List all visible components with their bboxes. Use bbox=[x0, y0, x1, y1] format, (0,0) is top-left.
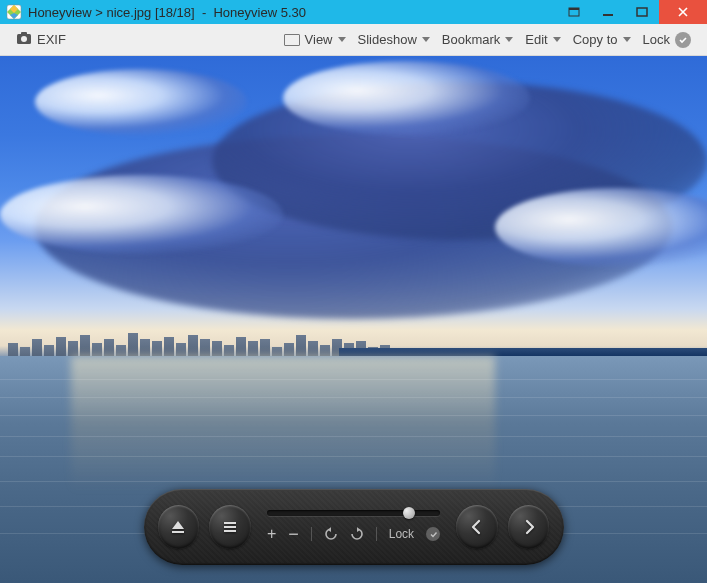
view-label: View bbox=[305, 32, 333, 47]
lock-menu[interactable]: Lock bbox=[637, 29, 697, 51]
exif-button[interactable]: EXIF bbox=[10, 28, 72, 51]
caret-down-icon bbox=[505, 37, 513, 42]
caret-down-icon bbox=[422, 37, 430, 42]
titlebar: Honeyview > nice.jpg [18/18] - Honeyview… bbox=[0, 0, 707, 24]
caret-down-icon bbox=[553, 37, 561, 42]
close-button[interactable] bbox=[659, 0, 707, 24]
copyto-menu[interactable]: Copy to bbox=[567, 29, 637, 50]
svg-rect-11 bbox=[224, 530, 236, 532]
edit-menu[interactable]: Edit bbox=[519, 29, 566, 50]
bookmark-label: Bookmark bbox=[442, 32, 501, 47]
app-logo bbox=[6, 4, 22, 20]
prev-button[interactable] bbox=[456, 505, 498, 549]
slideshow-label: Slideshow bbox=[358, 32, 417, 47]
view-icon bbox=[284, 34, 300, 46]
svg-rect-8 bbox=[172, 531, 184, 533]
caret-down-icon bbox=[338, 37, 346, 42]
toolbar: EXIF View Slideshow Bookmark Edit Copy t… bbox=[0, 24, 707, 56]
separator bbox=[311, 527, 312, 541]
title-apptitle: Honeyview 5.30 bbox=[213, 5, 306, 20]
edit-label: Edit bbox=[525, 32, 547, 47]
svg-rect-6 bbox=[21, 32, 27, 35]
title-sep: > bbox=[95, 5, 103, 20]
caret-down-icon bbox=[623, 37, 631, 42]
svg-rect-9 bbox=[224, 522, 236, 524]
exif-label: EXIF bbox=[37, 32, 66, 47]
svg-rect-4 bbox=[637, 8, 647, 16]
control-panel: + − Lock bbox=[144, 489, 564, 565]
title-counter: [18/18] bbox=[155, 5, 195, 20]
zoom-out-button[interactable]: − bbox=[288, 524, 299, 545]
copyto-label: Copy to bbox=[573, 32, 618, 47]
view-menu[interactable]: View bbox=[278, 29, 352, 50]
lock-label: Lock bbox=[643, 32, 670, 47]
check-circle-icon bbox=[675, 32, 691, 48]
svg-rect-3 bbox=[603, 14, 613, 16]
bookmark-menu[interactable]: Bookmark bbox=[436, 29, 520, 50]
image-viewport[interactable]: + − Lock bbox=[0, 56, 707, 583]
menu-button[interactable] bbox=[209, 505, 251, 549]
svg-point-7 bbox=[21, 36, 27, 42]
separator bbox=[376, 527, 377, 541]
rotate-right-button[interactable] bbox=[350, 527, 364, 541]
next-button[interactable] bbox=[508, 505, 550, 549]
title-app: Honeyview bbox=[28, 5, 92, 20]
zoom-in-button[interactable]: + bbox=[267, 525, 276, 543]
slideshow-menu[interactable]: Slideshow bbox=[352, 29, 436, 50]
window-tray-button[interactable] bbox=[557, 0, 591, 24]
svg-rect-2 bbox=[569, 8, 579, 10]
eject-button[interactable] bbox=[158, 505, 200, 549]
title-filename: nice.jpg bbox=[106, 5, 151, 20]
maximize-button[interactable] bbox=[625, 0, 659, 24]
svg-rect-10 bbox=[224, 526, 236, 528]
minimize-button[interactable] bbox=[591, 0, 625, 24]
control-lock-toggle[interactable] bbox=[426, 527, 440, 541]
zoom-slider-thumb[interactable] bbox=[403, 507, 415, 519]
rotate-left-button[interactable] bbox=[324, 527, 338, 541]
zoom-slider[interactable] bbox=[267, 510, 440, 516]
control-lock-label: Lock bbox=[389, 527, 414, 541]
camera-icon bbox=[16, 31, 32, 48]
